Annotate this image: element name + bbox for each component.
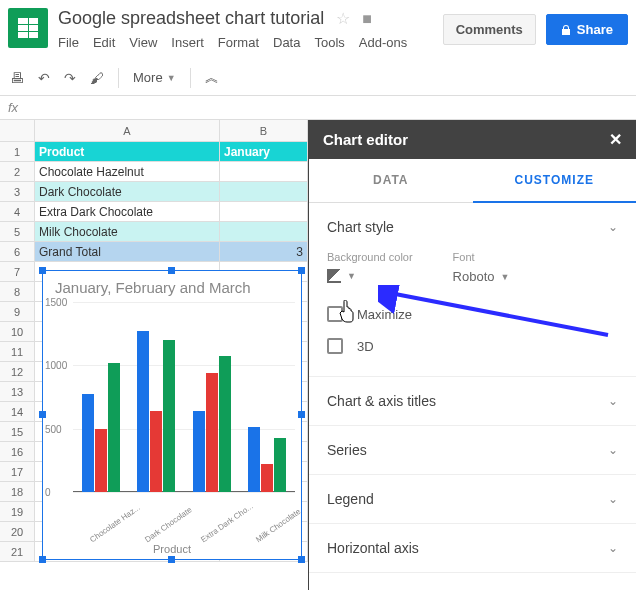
- section-vertical-axis[interactable]: Vertical axis⌄: [309, 573, 636, 590]
- chevron-down-icon: ▼: [347, 271, 356, 281]
- resize-handle[interactable]: [168, 556, 175, 563]
- row-header[interactable]: 4: [0, 202, 35, 222]
- row-header[interactable]: 20: [0, 522, 35, 542]
- cell[interactable]: [220, 222, 308, 242]
- row-header[interactable]: 17: [0, 462, 35, 482]
- toolbar-more[interactable]: More ▼: [133, 70, 176, 85]
- row-header[interactable]: 14: [0, 402, 35, 422]
- 3d-label: 3D: [357, 339, 374, 354]
- section-legend[interactable]: Legend⌄: [309, 475, 636, 523]
- resize-handle[interactable]: [39, 556, 46, 563]
- cell[interactable]: Grand Total: [35, 242, 220, 262]
- resize-handle[interactable]: [298, 556, 305, 563]
- menu-tools[interactable]: Tools: [314, 35, 344, 50]
- bg-color-picker[interactable]: ▼: [327, 269, 413, 283]
- cell[interactable]: [220, 162, 308, 182]
- panel-title: Chart editor: [323, 131, 408, 148]
- row-header[interactable]: 13: [0, 382, 35, 402]
- cell[interactable]: Milk Chocolate: [35, 222, 220, 242]
- row-header[interactable]: 15: [0, 422, 35, 442]
- resize-handle[interactable]: [298, 411, 305, 418]
- col-header-a[interactable]: A: [35, 120, 220, 142]
- row-header[interactable]: 10: [0, 322, 35, 342]
- chart-title: January, February and March: [43, 271, 301, 296]
- row-header[interactable]: 19: [0, 502, 35, 522]
- fx-label: fx: [8, 100, 18, 115]
- star-icon[interactable]: ☆: [336, 9, 350, 28]
- cell[interactable]: January: [220, 142, 308, 162]
- section-series[interactable]: Series⌄: [309, 426, 636, 474]
- folder-icon[interactable]: ■: [362, 10, 372, 28]
- section-horizontal-axis[interactable]: Horizontal axis⌄: [309, 524, 636, 572]
- chevron-down-icon: ⌄: [608, 541, 618, 555]
- chart-x-axis-title: Product: [43, 543, 301, 555]
- row-header[interactable]: 6: [0, 242, 35, 262]
- resize-handle[interactable]: [298, 267, 305, 274]
- redo-icon[interactable]: ↷: [64, 70, 76, 86]
- close-icon[interactable]: ✕: [609, 130, 622, 149]
- share-button[interactable]: Share: [546, 14, 628, 45]
- comments-button[interactable]: Comments: [443, 14, 536, 45]
- cell[interactable]: [220, 202, 308, 222]
- paint-format-icon[interactable]: 🖌: [90, 70, 104, 86]
- chevron-down-icon: ⌄: [608, 220, 618, 234]
- row-header[interactable]: 2: [0, 162, 35, 182]
- menu-file[interactable]: File: [58, 35, 79, 50]
- row-header[interactable]: 16: [0, 442, 35, 462]
- chart-plot-area: 050010001500: [73, 302, 295, 492]
- chart-editor-panel: Chart editor ✕ DATA CUSTOMIZE Chart styl…: [308, 120, 636, 590]
- resize-handle[interactable]: [39, 267, 46, 274]
- row-header[interactable]: 21: [0, 542, 35, 562]
- resize-handle[interactable]: [39, 411, 46, 418]
- row-header[interactable]: 1: [0, 142, 35, 162]
- row-header[interactable]: 9: [0, 302, 35, 322]
- menu-insert[interactable]: Insert: [171, 35, 204, 50]
- font-label: Font: [453, 251, 510, 263]
- doc-title[interactable]: Google spreadsheet chart tutorial: [58, 8, 324, 29]
- chevron-down-icon: ⌄: [608, 394, 618, 408]
- row-header[interactable]: 18: [0, 482, 35, 502]
- bg-color-label: Background color: [327, 251, 413, 263]
- tab-data[interactable]: DATA: [309, 159, 473, 203]
- maximize-checkbox[interactable]: [327, 306, 343, 322]
- col-header-b[interactable]: B: [220, 120, 308, 142]
- cell[interactable]: [220, 182, 308, 202]
- row-header[interactable]: 3: [0, 182, 35, 202]
- undo-icon[interactable]: ↶: [38, 70, 50, 86]
- 3d-checkbox[interactable]: [327, 338, 343, 354]
- menu-edit[interactable]: Edit: [93, 35, 115, 50]
- row-header[interactable]: 12: [0, 362, 35, 382]
- collapse-icon[interactable]: ︽: [205, 69, 219, 87]
- tab-customize[interactable]: CUSTOMIZE: [473, 159, 637, 203]
- chevron-down-icon: ▼: [501, 272, 510, 282]
- cell[interactable]: 3: [220, 242, 308, 262]
- row-header[interactable]: 5: [0, 222, 35, 242]
- select-all-corner[interactable]: [0, 120, 35, 142]
- cell[interactable]: Product: [35, 142, 220, 162]
- embedded-chart[interactable]: January, February and March 050010001500…: [42, 270, 302, 560]
- chevron-down-icon: ⌄: [608, 492, 618, 506]
- maximize-label: Maximize: [357, 307, 412, 322]
- cell[interactable]: Extra Dark Chocolate: [35, 202, 220, 222]
- chevron-down-icon: ⌄: [608, 443, 618, 457]
- print-icon[interactable]: 🖶: [10, 70, 24, 86]
- spreadsheet[interactable]: A B 1ProductJanuary2Chocolate Hazelnut3D…: [0, 120, 308, 590]
- row-header[interactable]: 11: [0, 342, 35, 362]
- section-chart-axis-titles[interactable]: Chart & axis titles⌄: [309, 377, 636, 425]
- row-header[interactable]: 8: [0, 282, 35, 302]
- font-picker[interactable]: Roboto ▼: [453, 269, 510, 284]
- menu-view[interactable]: View: [129, 35, 157, 50]
- cell[interactable]: Chocolate Hazelnut: [35, 162, 220, 182]
- fill-icon: [327, 269, 341, 283]
- section-chart-style[interactable]: Chart style ⌄: [309, 203, 636, 251]
- menu-data[interactable]: Data: [273, 35, 300, 50]
- resize-handle[interactable]: [168, 267, 175, 274]
- cell[interactable]: Dark Chocolate: [35, 182, 220, 202]
- menu-format[interactable]: Format: [218, 35, 259, 50]
- row-header[interactable]: 7: [0, 262, 35, 282]
- menu-addons[interactable]: Add-ons: [359, 35, 407, 50]
- sheets-logo: [8, 8, 48, 48]
- lock-icon: [561, 25, 571, 35]
